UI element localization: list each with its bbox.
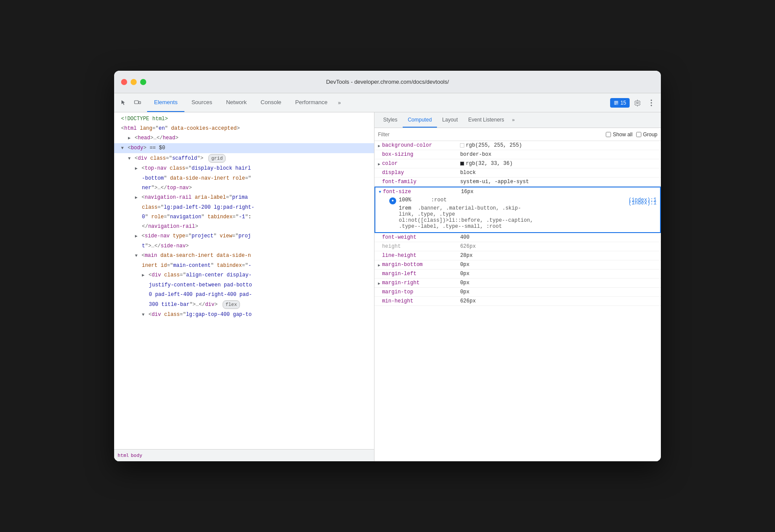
dom-line-div5[interactable]: ▼ <div class="lg:gap-top-400 gap-to <box>114 310 374 320</box>
dom-line-sidenav1[interactable]: ▶ <side-nav type="project" view="proj <box>114 231 374 241</box>
window-title: DevTools - developer.chrome.com/docs/dev… <box>326 79 449 85</box>
styles-tab-styles[interactable]: Styles <box>378 112 403 128</box>
dom-line-div4[interactable]: 300 title-bar">…</div> flex <box>114 299 374 310</box>
dom-line-doctype[interactable]: <!DOCTYPE html> <box>114 114 374 124</box>
dom-line-html[interactable]: <html lang="en" data-cookies-accepted> <box>114 124 374 133</box>
group-label[interactable]: Group <box>636 131 657 138</box>
font-size-sub: ● 100% :root (index):1 1rem .banner, .ma… <box>375 196 660 232</box>
dom-panel: <!DOCTYPE html> <html lang="en" data-coo… <box>114 112 374 461</box>
breadcrumb-body[interactable]: body <box>131 453 143 458</box>
dom-line-topnav1[interactable]: ▶ <top-nav class="display-block hairl <box>114 164 374 174</box>
more-options-button[interactable] <box>645 97 657 109</box>
dom-line-navrail4[interactable]: </navigation-rail> <box>114 222 374 231</box>
styles-tab-event-listeners[interactable]: Event Listeners <box>463 112 509 128</box>
prop-height[interactable]: ▶ height 626px <box>374 242 661 251</box>
dom-line-navrail2[interactable]: class="lg:pad-left-200 lg:pad-right- <box>114 203 374 212</box>
inspect-element-button[interactable] <box>118 97 130 109</box>
font-size-sub-row-1[interactable]: ● 100% :root (index):1 <box>389 197 657 204</box>
prop-font-size-section: ▼ font-size 16px ● 100% :root (index):1 <box>374 187 661 233</box>
prop-font-family[interactable]: ▶ font-family system-ui, -apple-syst <box>374 177 661 187</box>
tab-elements[interactable]: Elements <box>147 93 184 112</box>
dom-line-main2[interactable]: inert id="main-content" tabindex="- <box>114 261 374 270</box>
expand-triangle: ▶ <box>378 263 380 268</box>
dom-line-scaffold[interactable]: ▼ <div class="scaffold"> grid <box>114 153 374 164</box>
svg-rect-1 <box>139 102 141 104</box>
filter-bar: Show all Group <box>374 128 661 141</box>
color-swatch-black <box>460 161 464 166</box>
dom-content[interactable]: <!DOCTYPE html> <html lang="en" data-coo… <box>114 112 374 449</box>
dom-line-navrail3[interactable]: 0" role="navigation" tabindex="-1": <box>114 212 374 222</box>
color-swatch-white <box>460 143 464 148</box>
styles-panel: Styles Computed Layout Event Listeners » <box>374 112 661 461</box>
expand-triangle: ▶ <box>378 144 380 148</box>
tab-performance[interactable]: Performance <box>288 93 334 112</box>
active-rule-icon: ● <box>389 197 396 204</box>
font-size-sub-row-2[interactable]: 1rem .banner, .material-button, .skip-li… <box>389 205 657 230</box>
svg-rect-0 <box>135 101 138 104</box>
expand-triangle: ▶ <box>378 281 380 286</box>
prop-font-weight[interactable]: ▶ font-weight 400 <box>374 233 661 242</box>
close-button[interactable] <box>121 79 127 85</box>
prop-color[interactable]: ▶ color rgb(32, 33, 36) <box>374 159 661 168</box>
prop-box-sizing[interactable]: ▶ box-sizing border-box <box>374 150 661 159</box>
dom-line-div3[interactable]: 0 pad-left-400 pad-right-400 pad- <box>114 290 374 299</box>
filter-input[interactable] <box>378 131 602 138</box>
expand-triangle-down: ▼ <box>379 190 381 194</box>
device-toolbar-button[interactable] <box>131 97 144 109</box>
dom-line-div2[interactable]: justify-content-between pad-botto <box>114 280 374 290</box>
tab-sources[interactable]: Sources <box>184 93 219 112</box>
dom-line-sidenav2[interactable]: t">…</side-nav> <box>114 241 374 251</box>
devtools-window: DevTools - developer.chrome.com/docs/dev… <box>114 71 661 461</box>
dom-line-div1[interactable]: ▶ <div class="align-center display- <box>114 270 374 280</box>
devtools-main: <!DOCTYPE html> <html lang="en" data-coo… <box>114 112 661 461</box>
devtools-toolbar: Elements Sources Network Console Perform… <box>114 93 661 112</box>
styles-toolbar: Styles Computed Layout Event Listeners » <box>374 112 661 128</box>
computed-content[interactable]: ▶ background-color rgb(255, 255, 255) ▶ … <box>374 141 661 461</box>
dom-breadcrumb: html body <box>114 449 374 461</box>
prop-margin-top[interactable]: ▶ margin-top 0px <box>374 288 661 297</box>
svg-point-4 <box>651 102 652 103</box>
more-tabs-button[interactable]: » <box>335 93 345 112</box>
devtools-tabs: Elements Sources Network Console Perform… <box>147 93 610 112</box>
tab-network[interactable]: Network <box>219 93 254 112</box>
show-all-checkbox[interactable] <box>606 132 611 137</box>
prop-min-height[interactable]: ▶ min-height 626px <box>374 297 661 306</box>
dom-line-topnav3[interactable]: ner">…</top-nav> <box>114 183 374 193</box>
prop-margin-left[interactable]: ▶ margin-left 0px <box>374 269 661 279</box>
expand-triangle: ▶ <box>378 162 380 167</box>
group-checkbox[interactable] <box>636 132 641 137</box>
devtools-right-icons: 15 <box>610 97 657 109</box>
dom-line-topnav2[interactable]: -bottom" data-side-nav-inert role=" <box>114 174 374 183</box>
prop-line-height[interactable]: ▶ line-height 28px <box>374 251 661 260</box>
show-all-label[interactable]: Show all <box>606 131 632 138</box>
traffic-lights <box>121 79 146 85</box>
settings-button[interactable] <box>631 97 644 109</box>
svg-point-3 <box>651 99 652 101</box>
more-styles-tabs[interactable]: » <box>509 118 518 123</box>
dom-line-navrail1[interactable]: ▶ <navigation-rail aria-label="prima <box>114 193 374 203</box>
maximize-button[interactable] <box>140 79 146 85</box>
minimize-button[interactable] <box>131 79 137 85</box>
issues-count: 15 <box>621 100 626 106</box>
styles-tab-layout[interactable]: Layout <box>437 112 463 128</box>
prop-display[interactable]: ▶ display block <box>374 168 661 177</box>
issues-badge[interactable]: 15 <box>610 98 630 108</box>
dom-line-body[interactable]: ▼ <body> == $0 <box>114 143 374 153</box>
prop-background-color[interactable]: ▶ background-color rgb(255, 255, 255) <box>374 141 661 150</box>
dom-line-main1[interactable]: ▼ <main data-search-inert data-side-n <box>114 251 374 261</box>
dom-line-head[interactable]: ▶ <head>…</head> <box>114 133 374 143</box>
breadcrumb-html[interactable]: html <box>118 453 129 458</box>
prop-margin-bottom[interactable]: ▶ margin-bottom 0px <box>374 260 661 269</box>
title-bar: DevTools - developer.chrome.com/docs/dev… <box>114 71 661 93</box>
devtools-icons <box>118 97 144 109</box>
prop-margin-right[interactable]: ▶ margin-right 0px <box>374 279 661 288</box>
svg-point-5 <box>651 105 652 106</box>
styles-tab-computed[interactable]: Computed <box>403 112 437 128</box>
tab-console[interactable]: Console <box>254 93 289 112</box>
font-size-header[interactable]: ▼ font-size 16px <box>375 187 660 196</box>
devtools-panel: Elements Sources Network Console Perform… <box>114 93 661 461</box>
